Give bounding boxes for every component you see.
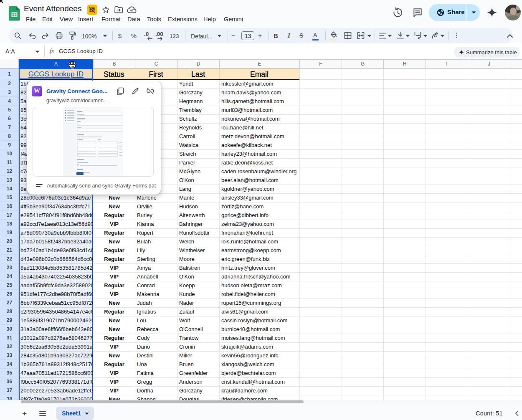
svg-text:A: A	[434, 33, 437, 38]
